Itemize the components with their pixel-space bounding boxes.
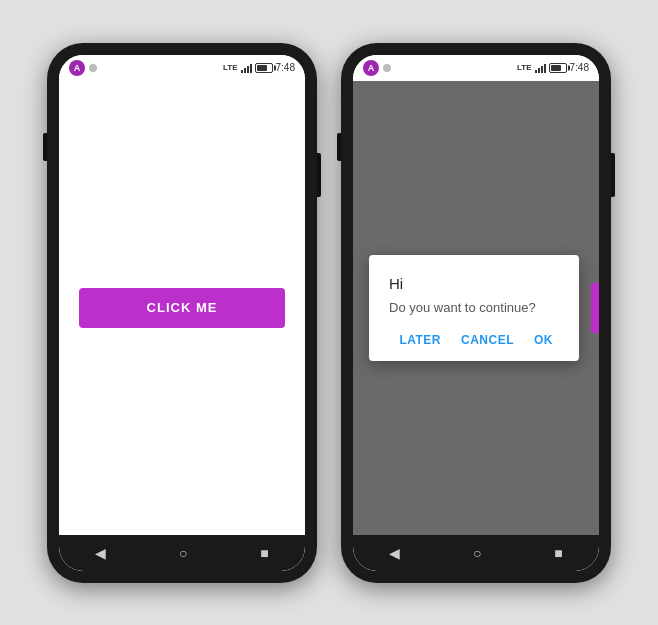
- phone-1-screen: A LTE 7:48 CLICK ME: [59, 55, 305, 571]
- main-area-1: CLICK ME: [59, 81, 305, 535]
- lte-icon-1: LTE: [223, 63, 238, 72]
- app-icon-2: A: [363, 60, 379, 76]
- status-dot-1: [89, 64, 97, 72]
- back-button-2[interactable]: ◀: [389, 545, 400, 561]
- time-1: 7:48: [276, 62, 295, 73]
- recent-button-1[interactable]: ■: [260, 545, 268, 561]
- status-bar-left-2: A: [363, 60, 391, 76]
- cancel-button[interactable]: CANCEL: [455, 329, 520, 351]
- status-bar-1: A LTE 7:48: [59, 55, 305, 81]
- phone-2: A LTE 7:48: [341, 43, 611, 583]
- dialog-message: Do you want to continue?: [389, 300, 559, 315]
- recent-button-2[interactable]: ■: [554, 545, 562, 561]
- screen-content-2: Hi Do you want to continue? LATER CANCEL…: [353, 81, 599, 535]
- status-bar-right-1: LTE 7:48: [223, 62, 295, 73]
- purple-accent: [591, 283, 599, 333]
- app-icon-1: A: [69, 60, 85, 76]
- later-button[interactable]: LATER: [393, 329, 447, 351]
- status-bar-left-1: A: [69, 60, 97, 76]
- signal-bars-2: [535, 63, 546, 73]
- nav-bar-2: ◀ ○ ■: [353, 535, 599, 571]
- lte-icon-2: LTE: [517, 63, 532, 72]
- status-dot-2: [383, 64, 391, 72]
- phone-1: A LTE 7:48 CLICK ME: [47, 43, 317, 583]
- dialog-title: Hi: [389, 275, 559, 292]
- phone-2-screen: A LTE 7:48: [353, 55, 599, 571]
- click-me-button[interactable]: CLICK ME: [79, 288, 285, 328]
- status-bar-right-2: LTE 7:48: [517, 62, 589, 73]
- dimmed-background: Hi Do you want to continue? LATER CANCEL…: [353, 81, 599, 535]
- dialog-buttons: LATER CANCEL OK: [389, 329, 559, 351]
- back-button-1[interactable]: ◀: [95, 545, 106, 561]
- battery-icon-2: [549, 63, 567, 73]
- time-2: 7:48: [570, 62, 589, 73]
- home-button-1[interactable]: ○: [179, 545, 187, 561]
- screen-content-1: CLICK ME: [59, 81, 305, 535]
- nav-bar-1: ◀ ○ ■: [59, 535, 305, 571]
- battery-icon-1: [255, 63, 273, 73]
- alert-dialog: Hi Do you want to continue? LATER CANCEL…: [369, 255, 579, 361]
- status-bar-2: A LTE 7:48: [353, 55, 599, 81]
- signal-bars-1: [241, 63, 252, 73]
- ok-button[interactable]: OK: [528, 329, 559, 351]
- home-button-2[interactable]: ○: [473, 545, 481, 561]
